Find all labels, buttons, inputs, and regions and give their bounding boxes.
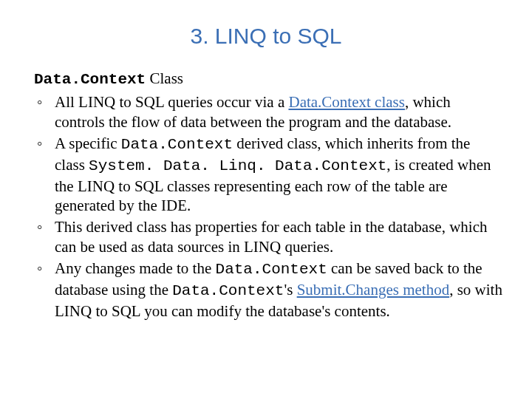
text: This derived class has properties for ea… xyxy=(55,218,487,256)
code: Data.Context xyxy=(216,261,327,278)
subheading-rest: Class xyxy=(146,69,183,87)
text: All LINQ to SQL queries occur via a xyxy=(55,93,288,111)
code: System. Data. Linq. Data.Context xyxy=(89,157,386,174)
list-item: Any changes made to the Data.Context can… xyxy=(34,259,502,321)
list-item: All LINQ to SQL queries occur via a Data… xyxy=(34,92,502,132)
link-submitchanges[interactable]: Submit.Changes method xyxy=(297,281,450,299)
code: Data.Context xyxy=(121,136,233,153)
code: Data.Context xyxy=(172,282,284,299)
text: 's xyxy=(284,281,296,299)
list-item: A specific Data.Context derived class, w… xyxy=(34,134,502,216)
bullet-list: All LINQ to SQL queries occur via a Data… xyxy=(30,92,502,321)
subheading-code: Data.Context xyxy=(34,71,146,88)
list-item: This derived class has properties for ea… xyxy=(34,217,502,257)
link-datacontext-class[interactable]: Data.Context class xyxy=(288,93,404,111)
text: A specific xyxy=(55,134,121,152)
subheading: Data.Context Class xyxy=(34,69,502,88)
text: Any changes made to the xyxy=(55,259,216,277)
slide-title: 3. LINQ to SQL xyxy=(30,24,502,49)
